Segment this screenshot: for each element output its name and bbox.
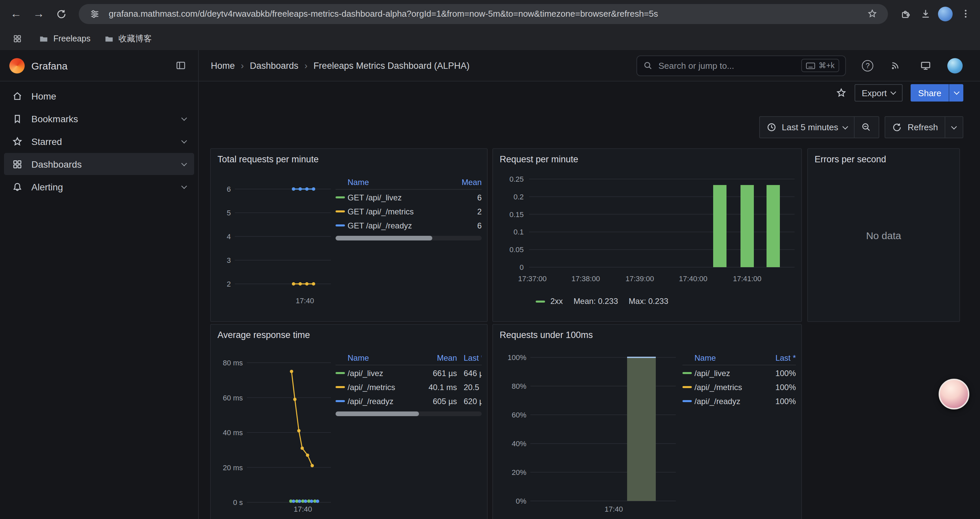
sidebar-toggle-icon[interactable] [173, 57, 189, 73]
share-menu-caret[interactable] [949, 84, 963, 102]
legend-item[interactable]: /api/_/metrics40.1 ms20.5 ms [336, 380, 482, 394]
legend-item[interactable]: GET /api/_/metrics2 [336, 204, 482, 219]
legend-header[interactable]: Last * [457, 353, 482, 363]
svg-text:60 ms: 60 ms [223, 394, 243, 402]
svg-text:0.1: 0.1 [513, 228, 524, 236]
grafana-logo[interactable] [10, 58, 25, 73]
legend-item[interactable]: /api/_/readyz100% [682, 394, 796, 408]
breadcrumb-home[interactable]: Home [211, 61, 235, 70]
time-range-picker[interactable]: Last 5 minutes [760, 117, 854, 137]
svg-text:5: 5 [227, 209, 231, 217]
legend-header[interactable]: Mean [452, 177, 482, 187]
svg-text:0.15: 0.15 [509, 211, 524, 219]
keyboard-icon [806, 62, 815, 69]
dashboard-main: Export Share Last 5 minutes [199, 81, 980, 519]
zoom-out-button[interactable] [854, 117, 879, 137]
sidebar-item-label: Home [31, 91, 56, 101]
floating-avatar[interactable] [939, 379, 969, 409]
url-text[interactable]: grafana.mathmast.com/d/deytv4rwavabkb/fr… [109, 9, 858, 19]
time-range-group: Last 5 minutes [759, 116, 880, 138]
panel-title[interactable]: Requests under 100ms [498, 329, 796, 343]
back-button[interactable]: ← [7, 4, 25, 23]
sidebar-item-starred[interactable]: Starred [4, 130, 194, 152]
browser-profile-avatar[interactable] [937, 6, 953, 22]
legend-header[interactable]: Mean [417, 353, 457, 363]
svg-text:100%: 100% [508, 353, 527, 362]
export-label: Export [862, 88, 886, 98]
export-button[interactable]: Export [854, 84, 903, 102]
bookmark-star-icon[interactable] [864, 6, 880, 22]
legend-item[interactable]: /api/_/readyz605 µs620 µs [336, 394, 482, 408]
site-settings-icon[interactable] [87, 6, 103, 22]
legend-item[interactable]: /api/_/metrics100% [682, 380, 796, 394]
timeseries-chart[interactable]: 80 ms60 ms40 ms20 ms0 s17:40 [216, 343, 333, 515]
timeseries-chart[interactable]: 6543217:40 [216, 167, 333, 308]
refresh-interval-caret[interactable] [945, 117, 963, 137]
legend-header-row: NameMeanLast * [336, 351, 482, 366]
legend-header[interactable]: Name [348, 353, 417, 363]
chevron-down-icon[interactable] [182, 162, 186, 166]
chevron-down-icon[interactable] [182, 185, 186, 189]
series-color-dash [336, 386, 345, 388]
downloads-icon[interactable] [917, 6, 933, 22]
series-color-dash [336, 224, 345, 227]
legend-scrollbar[interactable] [336, 236, 482, 241]
chevron-down-icon[interactable] [182, 139, 186, 143]
scrollbar-thumb[interactable] [336, 236, 432, 241]
legend-scrollbar[interactable] [336, 412, 482, 416]
svg-text:17:39:00: 17:39:00 [625, 275, 654, 283]
forward-button[interactable]: → [29, 4, 48, 23]
sidebar-item-dashboards[interactable]: Dashboards [4, 153, 194, 175]
bookmark-label: 收藏博客 [118, 33, 152, 45]
svg-text:0.05: 0.05 [509, 246, 524, 254]
series-color-dash [336, 196, 345, 198]
extensions-icon[interactable] [897, 6, 913, 22]
series-name: 2xx [550, 297, 563, 306]
panel-title[interactable]: Average response time [216, 329, 482, 343]
share-button[interactable]: Share [911, 84, 949, 102]
refresh-group: Refresh [885, 116, 963, 138]
star-icon [835, 88, 846, 98]
help-icon[interactable]: ? [862, 60, 873, 71]
refresh-button[interactable]: Refresh [886, 117, 945, 137]
bar-chart[interactable]: 100%80%60%40%20%0%17:40 [498, 343, 680, 515]
legend-item[interactable]: /api/_livez661 µs646 µs [336, 366, 482, 380]
favorite-star-button[interactable] [835, 88, 846, 98]
panel-title[interactable]: Errors per second [813, 153, 954, 167]
apps-grid-icon[interactable] [10, 31, 25, 47]
legend-item[interactable]: /api/_livez100% [682, 366, 796, 380]
svg-text:80%: 80% [512, 382, 527, 390]
panel-title[interactable]: Total requests per minute [216, 153, 482, 167]
news-rss-icon[interactable] [887, 57, 903, 73]
address-bar[interactable]: grafana.mathmast.com/d/deytv4rwavabkb/fr… [79, 4, 888, 24]
browser-menu-icon[interactable] [957, 6, 973, 22]
chevron-down-icon[interactable] [182, 117, 186, 121]
search-input[interactable]: Search or jump to... ⌘+k [636, 55, 846, 76]
series-color-dash [336, 211, 345, 212]
bookmark-freeleaps[interactable]: Freeleaps [39, 34, 91, 44]
user-avatar[interactable] [947, 58, 963, 73]
bookmarks-bar: Freeleaps 收藏博客 [0, 27, 980, 50]
bell-icon [12, 181, 23, 192]
legend-header[interactable]: Name [348, 177, 452, 187]
panel-title[interactable]: Request per minute [498, 153, 796, 167]
bookmark-blog[interactable]: 收藏博客 [104, 33, 152, 45]
legend-header[interactable]: Last * [761, 353, 796, 363]
scrollbar-thumb[interactable] [336, 412, 419, 416]
breadcrumb-current: Freeleaps Metrics Dashboard (ALPHA) [313, 61, 470, 70]
display-icon[interactable] [917, 57, 933, 73]
sidebar-item-home[interactable]: Home [4, 85, 194, 107]
search-placeholder: Search or jump to... [659, 61, 734, 70]
sidebar-item-alerting[interactable]: Alerting [4, 176, 194, 198]
legend-header[interactable]: Name [694, 353, 761, 363]
legend-item[interactable]: GET /api/_/readyz6 [336, 219, 482, 232]
legend-item[interactable]: GET /api/_livez6 [336, 190, 482, 204]
svg-text:17:40:00: 17:40:00 [679, 275, 708, 283]
time-range-label: Last 5 minutes [782, 122, 838, 132]
sidebar-item-bookmarks[interactable]: Bookmarks [4, 107, 194, 129]
bar-chart[interactable]: 0.250.20.150.10.05017:37:0017:38:0017:39… [498, 167, 797, 291]
breadcrumb-dashboards[interactable]: Dashboards [250, 61, 299, 70]
reload-button[interactable] [52, 4, 71, 23]
svg-text:17:41:00: 17:41:00 [733, 275, 762, 283]
legend-row[interactable]: 2xx Mean: 0.233 Max: 0.233 [536, 297, 796, 306]
